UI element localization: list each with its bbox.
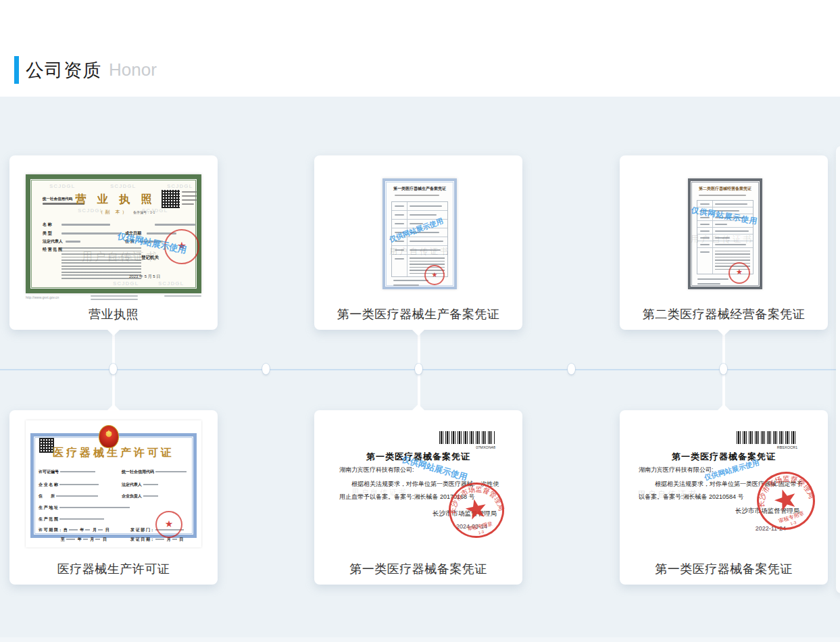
certificate-card-filing-b[interactable]: RBSXOCR1 第一类医疗器械备案凭证 湖南力宾医疗科技有限公司: 根据相关法… xyxy=(620,410,828,585)
period-from: 自 xyxy=(64,528,68,532)
next-card-peek xyxy=(836,146,840,593)
watermark-user-upload: 用户自传证书 xyxy=(82,250,159,264)
card-caption: 第一类医疗器械备案凭证 xyxy=(620,561,828,577)
field-label-scope: 经 营 范 围 xyxy=(43,247,62,253)
oper-filing-image: 第二类医疗器械经营备案凭证 ★ 用户自传证书 仅供网站展示使用 xyxy=(688,178,762,289)
issuer-label: 发 证 部 门： xyxy=(130,528,154,532)
red-seal-stamp: 长沙市市场监督管理局 审核专用章 1-3 xyxy=(443,476,510,544)
text-line-placeholder xyxy=(66,241,80,243)
honor-section: SCJDGL SCJDGL SCJDGL SCJDGL SCJDGL SCJDG… xyxy=(0,97,840,642)
text-line-placeholder xyxy=(61,232,121,234)
stamp-number: 1-3 xyxy=(478,530,485,535)
license-subtitle: （副 本） xyxy=(30,209,197,216)
field-label: 企 业 名 称 xyxy=(39,483,58,487)
watermark-grid: SCJDGL xyxy=(49,183,75,189)
text-line-placeholder xyxy=(697,283,720,285)
text-line-placeholder xyxy=(699,195,746,196)
field-label: 法定代表人 xyxy=(122,483,142,487)
certificate-card-prod-filing[interactable]: 第一类医疗器械生产备案凭证 ★ 用户自传证书 仅供网站展示使用 第一类医疗器械生… xyxy=(314,155,522,330)
qr-code-icon xyxy=(162,190,180,208)
card-caption: 第二类医疗器械经营备案凭证 xyxy=(620,306,828,322)
barcode-text: RBSXOCR1 xyxy=(737,445,797,449)
text-line-placeholder xyxy=(182,203,194,205)
card-pointer xyxy=(717,404,731,411)
page-subtitle: Honor xyxy=(109,59,157,80)
card-caption: 医疗器械生产许可证 xyxy=(9,561,218,577)
field-label-name: 名 称 xyxy=(43,222,52,228)
card-caption: 第一类医疗器械备案凭证 xyxy=(314,561,522,577)
field-label: 生 产 地 址 xyxy=(39,505,58,510)
certificate-card-oper-filing[interactable]: 第二类医疗器械经营备案凭证 ★ 用户自传证书 仅供网站展示使用 xyxy=(620,155,828,330)
certificate-card-business-license[interactable]: SCJDGL SCJDGL SCJDGL SCJDGL SCJDGL SCJDG… xyxy=(9,155,218,330)
text-line-placeholder xyxy=(91,295,138,297)
field-label: 统一社会信用代码 xyxy=(122,470,154,474)
field-label: 住 所 xyxy=(39,494,55,498)
watermark-grid: SCJDGL xyxy=(167,183,193,189)
certificate-title: 第二类医疗器械经营备案凭证 xyxy=(691,186,760,192)
red-seal-stamp: ★ xyxy=(155,511,182,538)
card-pointer xyxy=(412,404,425,411)
prod-filing-image: 第一类医疗器械生产备案凭证 ★ 用户自传证书 仅供网站展示使用 xyxy=(382,178,457,289)
section-header: 公司资质 Honor xyxy=(14,56,157,84)
card-pointer xyxy=(412,329,425,336)
certificate-title: 第一类医疗器械生产备案凭证 xyxy=(385,186,454,192)
card-caption: 第一类医疗器械生产备案凭证 xyxy=(314,306,522,322)
text-line-placeholder xyxy=(164,295,201,297)
watermark-user-upload: 用户自传证书 xyxy=(389,246,450,257)
prod-license-image: ★ 医疗器械生产许可证 许可证编号 统一社会信用代码 企 业 名 称 法定代表人… xyxy=(26,420,201,547)
text-line-placeholder xyxy=(61,224,110,226)
barcode xyxy=(439,431,495,444)
barcode xyxy=(737,431,797,444)
watermark-user-upload: 用户自传证书 xyxy=(691,234,753,245)
card-pointer xyxy=(717,329,731,336)
license-date: 2023 年 5 月 5 日 xyxy=(129,274,160,280)
watermark-grid: SCJDGL xyxy=(158,280,184,287)
text-line-placeholder xyxy=(182,195,197,197)
period-label: 许 可 期 限： xyxy=(39,528,62,532)
field-label: 生 产 范 围 xyxy=(39,517,58,521)
section-bottom-band xyxy=(0,637,840,642)
watermark-user-upload: 用户自传证书 xyxy=(637,489,698,500)
business-license-image: SCJDGL SCJDGL SCJDGL SCJDGL SCJDGL SCJDG… xyxy=(26,174,201,293)
text-line-placeholder xyxy=(393,280,428,281)
footer-url: http://www.gsxt.gov.cn xyxy=(26,295,59,299)
timeline-dot xyxy=(262,364,270,374)
license-title: 医疗器械生产许可证 xyxy=(26,446,201,460)
license-footer: http://www.gsxt.gov.cn xyxy=(26,295,201,303)
text-line-placeholder xyxy=(155,224,195,226)
watermark-grid: SCJDGL xyxy=(110,183,136,189)
text-line-placeholder xyxy=(182,199,197,201)
certificate-title: 第一类医疗器械备案凭证 xyxy=(620,451,828,463)
company-line: 湖南力宾医疗科技有限公司: xyxy=(639,466,714,474)
field-label: 许可证编号 xyxy=(39,470,59,474)
red-seal-stamp: ★ xyxy=(728,262,750,284)
certificate-card-prod-license[interactable]: ★ 医疗器械生产许可证 许可证编号 统一社会信用代码 企 业 名 称 法定代表人… xyxy=(9,410,218,585)
timeline-dot xyxy=(109,364,117,374)
watermark-user-upload: 用户自传证书 xyxy=(351,487,408,497)
accent-bar xyxy=(14,56,19,84)
text-line-placeholder xyxy=(395,195,439,196)
barcode-text: 07MXON48 xyxy=(439,445,495,449)
red-seal-stamp: ★ xyxy=(424,265,445,285)
timeline-dot xyxy=(568,364,575,374)
issue-date-label: 发 证 日 期： xyxy=(130,537,154,541)
page-title: 公司资质 xyxy=(26,58,101,82)
card-pointer xyxy=(107,404,120,411)
license-serial: 备序编号：1-1 xyxy=(133,210,155,214)
period-to: 至 xyxy=(61,537,65,541)
timeline-dot xyxy=(720,364,727,374)
field-label: 企业负责人 xyxy=(122,494,142,498)
honor-page: 公司资质 Honor SCJDGL SCJDGL SCJDGL SCJDGL S… xyxy=(0,0,840,642)
timeline-dot xyxy=(415,364,422,374)
national-emblem-icon: ★ xyxy=(99,425,119,448)
text-line-placeholder xyxy=(91,299,138,300)
certificate-card-filing-a[interactable]: 07MXON48 第一类医疗器械备案凭证 湖南力宾医疗科技有限公司: 根据相关法… xyxy=(314,410,522,585)
field-label-legal-rep: 法定代表人 xyxy=(43,239,63,245)
watermark-grid: SCJDGL xyxy=(113,280,139,287)
field-label-type: 类 型 xyxy=(43,230,52,237)
company-line: 湖南力宾医疗科技有限公司: xyxy=(339,466,414,474)
text-line-placeholder xyxy=(182,191,197,193)
text-line-placeholder xyxy=(697,278,728,280)
card-caption: 营业执照 xyxy=(9,306,218,322)
text-line-placeholder xyxy=(393,285,419,286)
